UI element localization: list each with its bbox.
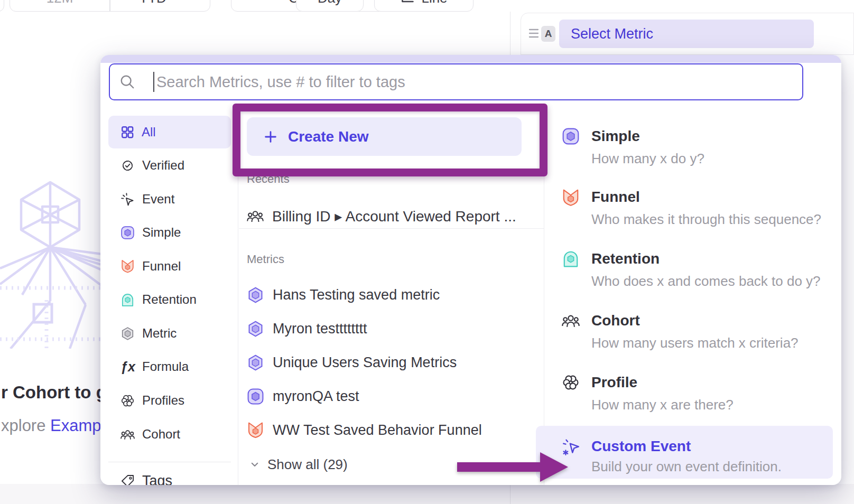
sidebar-item-simple[interactable]: Simple [108,216,231,249]
funnel-icon [247,421,264,439]
sidebar-item-retention[interactable]: Retention [108,283,231,316]
type-retention[interactable]: Retention [591,250,660,267]
type-custom-event[interactable]: Custom Event [591,438,691,455]
metric-list-item[interactable]: Unique Users Saving Metrics [247,351,457,374]
cohort-people-icon [120,427,135,442]
series-a-badge: A [541,26,555,42]
clipped-left-button[interactable] [0,0,4,12]
type-custom-event-desc: Build your own event definition. [591,459,782,475]
metric-hexagon-icon [247,354,264,371]
simple-badge-icon [120,226,135,240]
metric-hexagon-icon [247,320,264,338]
formula-fx-icon: ƒx [120,359,135,375]
range-12m-button[interactable]: 12M [10,0,109,11]
metric-list-item[interactable]: myronQA test [247,385,359,408]
chevron-down-icon [171,0,181,3]
type-cohort[interactable]: Cohort [591,312,640,329]
sidebar-item-cohort[interactable]: Cohort [108,418,231,451]
sidebar-divider [108,462,231,462]
chevron-down-icon [248,458,261,471]
funnel-icon [120,259,135,274]
sidebar-item-verified[interactable]: Verified [108,149,231,182]
search-icon [119,74,135,90]
sidebar-item-profiles[interactable]: Profiles [108,384,231,417]
sidebar-item-all[interactable]: All [108,116,231,148]
retention-icon [562,250,580,268]
chart-type-line-button[interactable]: Line [374,0,474,12]
show-all-toggle[interactable]: Show all (29) [248,455,348,473]
recent-item[interactable]: Billing ID ▸ Account Viewed Report ... [247,204,516,228]
sidebar-item-event[interactable]: Event [108,183,231,216]
date-range-segmented-control: 12M YTD [10,0,210,12]
sidebar-item-funnel[interactable]: Funnel [108,250,231,283]
profiles-flower-icon [120,394,135,408]
simple-badge-icon [247,388,264,405]
type-profile[interactable]: Profile [591,374,637,391]
annotation-arrow [449,446,576,489]
cohort-people-icon [247,208,264,225]
metrics-section-label: Metrics [247,253,284,266]
type-simple-desc: How many x do y? [591,151,704,167]
metric-search-box[interactable] [109,63,803,100]
type-funnel-desc: Who makes it through this sequence? [591,211,821,228]
type-funnel[interactable]: Funnel [591,189,640,206]
metric-list-item[interactable]: Hans Testing saved metric [247,283,440,306]
funnel-icon [562,188,580,207]
empty-state-headline-fragment: r Cohort to ge [1,382,116,403]
explore-prefix-text: xplore [1,416,50,435]
event-cursor-icon [120,192,135,207]
panel-divider-top [510,12,510,55]
select-metric-field[interactable]: Select Metric [559,20,814,48]
metric-hexagon-icon [120,326,135,341]
sidebar-item-metric[interactable]: Metric [108,317,231,350]
grid-icon [120,125,134,139]
type-cohort-desc: How many users match x criteria? [591,335,799,351]
type-retention-desc: Who does x and comes back to do y? [591,273,821,290]
page-footer-area [0,484,854,504]
type-profile-desc: How many x are there? [591,397,734,413]
type-simple[interactable]: Simple [591,128,640,145]
range-ytd-button[interactable]: YTD [110,0,210,11]
metric-hexagon-icon [247,286,264,304]
metric-search-input[interactable] [155,73,802,91]
retention-icon [120,293,135,307]
tag-icon [120,474,135,486]
app-root: r Cohort to ge xplore Example R 12M YTD … [0,0,854,504]
cohort-people-icon [562,312,580,330]
recents-divider [239,228,544,229]
annotation-highlight-box [233,104,547,176]
sidebar-item-formula[interactable]: ƒx Formula [108,350,231,383]
drag-handle-icon[interactable] [528,27,540,40]
sidebar-item-tags[interactable]: Tags [108,464,231,485]
text-cursor [153,72,154,92]
metric-list-item[interactable]: WW Test Saved Behavior Funnel [247,418,482,442]
verified-seal-icon [120,158,135,173]
profiles-flower-icon [562,374,580,391]
metric-list-item[interactable]: Myron testttttttt [247,317,367,340]
granularity-day-button[interactable]: Day [296,0,364,12]
simple-badge-icon [562,127,580,145]
line-chart-icon [400,0,415,5]
